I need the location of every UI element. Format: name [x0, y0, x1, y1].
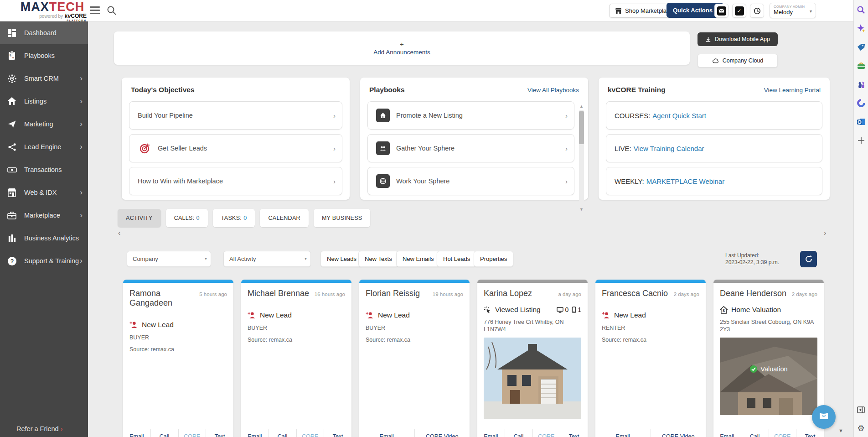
- playbook-gather-your-sphere[interactable]: Gather Your Sphere ›: [367, 134, 574, 162]
- email-action[interactable]: Email: [359, 429, 414, 437]
- sidebar-item-marketplace[interactable]: Marketplace ›: [0, 204, 88, 227]
- contact-name[interactable]: Florian Reissig: [366, 289, 420, 298]
- filter-hot-leads-button[interactable]: Hot Leads: [437, 251, 476, 267]
- training-weekly-row[interactable]: WEEKLY: MARKETPLACE Webinar: [606, 167, 822, 195]
- outlook-icon[interactable]: [856, 117, 866, 127]
- core-video-action[interactable]: CORE Video: [532, 429, 560, 437]
- activity-card[interactable]: Francesca Cacnio 2 days ago New Lead REN…: [595, 280, 706, 437]
- sidebar-item-listings[interactable]: Listings ›: [0, 90, 88, 113]
- tag-icon[interactable]: [856, 42, 866, 52]
- add-announcements-button[interactable]: + Add Announcements: [114, 31, 690, 65]
- chat-widget-button[interactable]: [812, 405, 836, 429]
- contact-name[interactable]: Karina Lopez: [484, 289, 532, 298]
- games-icon[interactable]: [856, 79, 866, 89]
- email-action[interactable]: Email: [241, 429, 269, 437]
- email-action[interactable]: Email: [595, 429, 651, 437]
- microsoft-365-icon[interactable]: [856, 98, 866, 108]
- company-cloud-button[interactable]: Company Cloud: [698, 54, 778, 68]
- activity-card[interactable]: Deane Henderson 2 days ago $ Home Valuat…: [713, 280, 824, 437]
- objective-how-to-win-with-marketplace[interactable]: How to Win with Marketplace ›: [129, 167, 342, 195]
- scroll-up-icon[interactable]: ▲: [579, 104, 584, 109]
- tab-calendar[interactable]: CALENDAR: [260, 209, 308, 227]
- playbook-work-your-sphere[interactable]: Work Your Sphere ›: [367, 167, 574, 195]
- valuation-photo[interactable]: [720, 338, 817, 415]
- download-mobile-app-button[interactable]: Download Mobile App: [698, 32, 778, 46]
- contact-name[interactable]: Deane Henderson: [720, 289, 786, 298]
- call-action[interactable]: Call: [505, 429, 532, 437]
- filter-new-emails-button[interactable]: New Emails: [396, 251, 440, 267]
- objective-get-seller-leads[interactable]: Get Seller Leads ›: [129, 134, 342, 162]
- core-video-action[interactable]: CORE Video: [178, 429, 206, 437]
- sidebar-item-dashboard[interactable]: Dashboard: [0, 21, 88, 44]
- scroll-down-icon[interactable]: ▼: [838, 428, 843, 433]
- text-action[interactable]: Text: [206, 429, 233, 437]
- tab-my-business[interactable]: MY BUSINESS: [314, 209, 371, 227]
- filter-properties-button[interactable]: Properties: [474, 251, 513, 267]
- email-action[interactable]: Email: [477, 429, 505, 437]
- call-action[interactable]: Call: [269, 429, 296, 437]
- training-link[interactable]: MARKETPLACE Webinar: [646, 177, 724, 185]
- sidebar-item-lead-engine[interactable]: Lead Engine ›: [0, 135, 88, 158]
- contact-name[interactable]: Michael Brennae: [248, 289, 309, 298]
- tab-calls[interactable]: CALLS:0: [166, 209, 208, 227]
- refer-a-friend-link[interactable]: Refer a Friend ›: [0, 425, 88, 432]
- scrollbar-thumb[interactable]: [579, 111, 584, 144]
- company-select[interactable]: Company: [127, 251, 211, 266]
- scroll-down-icon[interactable]: ▼: [579, 207, 584, 213]
- menu-toggle-icon[interactable]: [89, 5, 101, 16]
- refresh-button[interactable]: [800, 251, 817, 267]
- core-video-action[interactable]: CORE Video: [414, 429, 470, 437]
- core-video-action[interactable]: CORE Video: [651, 429, 706, 437]
- playbook-promote-a-new-listing[interactable]: Promote a New Listing ›: [367, 101, 574, 130]
- sidebar-item-smart-crm[interactable]: Smart CRM ›: [0, 67, 88, 90]
- sidebar-item-support-training[interactable]: ? Support & Training ›: [0, 250, 88, 272]
- activity-type-select[interactable]: All Activity: [224, 251, 310, 266]
- activity-card[interactable]: Michael Brennae 16 hours ago New Lead BU…: [241, 280, 351, 437]
- copilot-sparkle-icon[interactable]: [856, 23, 866, 33]
- sidebar-item-marketing[interactable]: Marketing ›: [0, 113, 88, 135]
- training-link[interactable]: View Training Calendar: [634, 145, 704, 152]
- carousel-right-icon[interactable]: ›: [824, 229, 826, 237]
- filter-new-texts-button[interactable]: New Texts: [358, 251, 398, 267]
- activity-card[interactable]: Florian Reissig 19 hours ago New Lead BU…: [359, 280, 470, 437]
- view-learning-portal-link[interactable]: View Learning Portal: [764, 87, 821, 94]
- search-icon[interactable]: [106, 5, 117, 16]
- contact-name[interactable]: Francesca Cacnio: [602, 289, 668, 298]
- add-icon[interactable]: [856, 135, 866, 146]
- tab-activity[interactable]: ACTIVITY: [118, 209, 161, 227]
- core-video-action[interactable]: CORE Video: [769, 429, 796, 437]
- sidebar-item-business-analytics[interactable]: Business Analytics: [0, 227, 88, 250]
- sidebar-item-playbooks[interactable]: xo Playbooks: [0, 44, 88, 67]
- search-icon[interactable]: [856, 5, 866, 15]
- panel-icon[interactable]: [856, 405, 866, 415]
- text-action[interactable]: Text: [324, 429, 351, 437]
- activity-card[interactable]: Ramona Gangadeen 5 hours ago New Lead BU…: [123, 280, 233, 437]
- listing-photo[interactable]: [484, 338, 581, 419]
- playbooks-scrollbar[interactable]: ▲ ▼: [579, 104, 584, 213]
- objective-build-your-pipeline[interactable]: Build Your Pipeline ›: [129, 101, 342, 130]
- training-live-row[interactable]: LIVE: View Training Calendar: [606, 134, 822, 162]
- shopping-icon[interactable]: [856, 61, 866, 71]
- email-inbox-button[interactable]: [714, 4, 728, 18]
- carousel-left-icon[interactable]: ‹: [118, 229, 120, 237]
- filter-new-leads-button[interactable]: New Leads: [320, 251, 363, 267]
- user-menu[interactable]: COMPANY ADMIN Melody ▾: [770, 3, 816, 18]
- training-link[interactable]: Agent Quick Start: [652, 112, 706, 120]
- scrollbar-track[interactable]: [579, 110, 584, 206]
- history-button[interactable]: [750, 4, 764, 18]
- settings-icon[interactable]: ⚙: [856, 423, 866, 433]
- contact-name[interactable]: Ramona Gangadeen: [129, 289, 196, 308]
- sidebar-item-transactions[interactable]: Transactions: [0, 158, 88, 181]
- email-action[interactable]: Email: [713, 429, 741, 437]
- text-action[interactable]: Text: [796, 429, 824, 437]
- view-all-playbooks-link[interactable]: View All Playbooks: [527, 87, 579, 94]
- training-courses-row[interactable]: COURSES: Agent Quick Start: [606, 101, 822, 130]
- core-video-action[interactable]: CORE Video: [296, 429, 324, 437]
- text-action[interactable]: Text: [560, 429, 588, 437]
- tab-tasks[interactable]: TASKS:0: [213, 209, 255, 227]
- activity-card[interactable]: Karina Lopez a day ago Viewed Listing 0 …: [477, 280, 588, 437]
- email-action[interactable]: Email: [123, 429, 150, 437]
- sidebar-item-web-idx[interactable]: Web & IDX ›: [0, 181, 88, 204]
- call-action[interactable]: Call: [741, 429, 769, 437]
- tasks-button[interactable]: ✓: [732, 4, 746, 18]
